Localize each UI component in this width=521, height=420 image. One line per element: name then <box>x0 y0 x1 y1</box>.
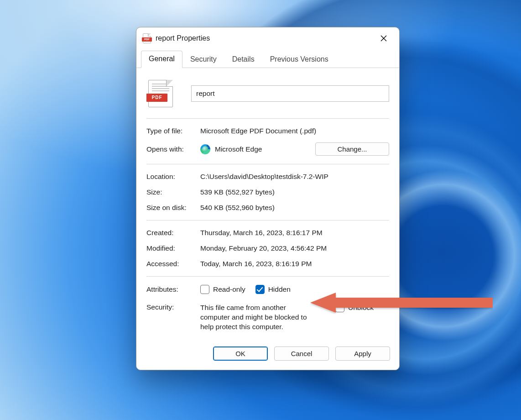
security-text: This file came from another computer and… <box>200 303 314 332</box>
cancel-button[interactable]: Cancel <box>274 346 329 361</box>
change-app-button[interactable]: Change... <box>315 142 389 156</box>
pdf-large-icon: PDF <box>148 80 173 107</box>
readonly-text: Read-only <box>213 285 245 294</box>
edge-icon <box>200 144 210 154</box>
properties-dialog: PDF report Properties General Security D… <box>136 27 400 370</box>
size-label: Size: <box>146 188 200 196</box>
size-on-disk-value: 540 KB (552,960 bytes) <box>200 204 275 212</box>
titlebar[interactable]: PDF report Properties <box>136 27 399 49</box>
ok-button[interactable]: OK <box>213 346 268 361</box>
type-value: Microsoft Edge PDF Document (.pdf) <box>200 127 316 135</box>
unblock-text: Unblock <box>348 304 374 312</box>
created-value: Thursday, March 16, 2023, 8:16:17 PM <box>200 229 323 237</box>
type-label: Type of file: <box>146 127 200 135</box>
security-label: Security: <box>146 303 200 311</box>
apply-button[interactable]: Apply <box>335 346 390 361</box>
location-value: C:\Users\david\Desktop\testdisk-7.2-WIP <box>200 173 328 181</box>
readonly-option[interactable]: Read-only <box>200 285 245 294</box>
general-panel: PDF Type of file: Microsoft Edge PDF Doc… <box>136 68 399 339</box>
size-value: 539 KB (552,927 bytes) <box>200 188 275 196</box>
size-on-disk-label: Size on disk: <box>146 204 200 212</box>
divider <box>146 276 389 277</box>
created-label: Created: <box>146 229 200 237</box>
readonly-checkbox[interactable] <box>200 285 209 294</box>
pdf-file-icon: PDF <box>143 33 151 43</box>
tab-details[interactable]: Details <box>224 51 262 68</box>
opens-with-label: Opens with: <box>146 145 200 153</box>
divider <box>146 164 389 164</box>
tab-security[interactable]: Security <box>182 51 224 68</box>
hidden-text: Hidden <box>268 285 291 294</box>
close-button[interactable] <box>374 31 394 46</box>
tab-previous-versions[interactable]: Previous Versions <box>262 51 336 68</box>
unblock-checkbox[interactable] <box>335 303 344 312</box>
opens-with-value: Microsoft Edge <box>215 145 262 153</box>
unblock-option[interactable]: Unblock <box>335 303 374 312</box>
window-title: report Properties <box>156 34 210 42</box>
hidden-checkbox[interactable] <box>255 285 265 294</box>
tab-general[interactable]: General <box>141 51 182 68</box>
divider <box>146 220 389 220</box>
divider <box>146 118 389 119</box>
attributes-label: Attributes: <box>146 285 200 294</box>
modified-label: Modified: <box>146 244 200 252</box>
accessed-label: Accessed: <box>146 260 200 268</box>
tab-strip: General Security Details Previous Versio… <box>136 50 399 68</box>
location-label: Location: <box>146 173 200 181</box>
hidden-option[interactable]: Hidden <box>255 285 291 294</box>
dialog-footer: OK Cancel Apply <box>136 339 399 370</box>
filename-input[interactable] <box>191 85 389 102</box>
modified-value: Monday, February 20, 2023, 4:56:42 PM <box>200 244 327 252</box>
close-icon <box>380 35 387 42</box>
accessed-value: Today, March 16, 2023, 8:16:19 PM <box>200 260 312 268</box>
